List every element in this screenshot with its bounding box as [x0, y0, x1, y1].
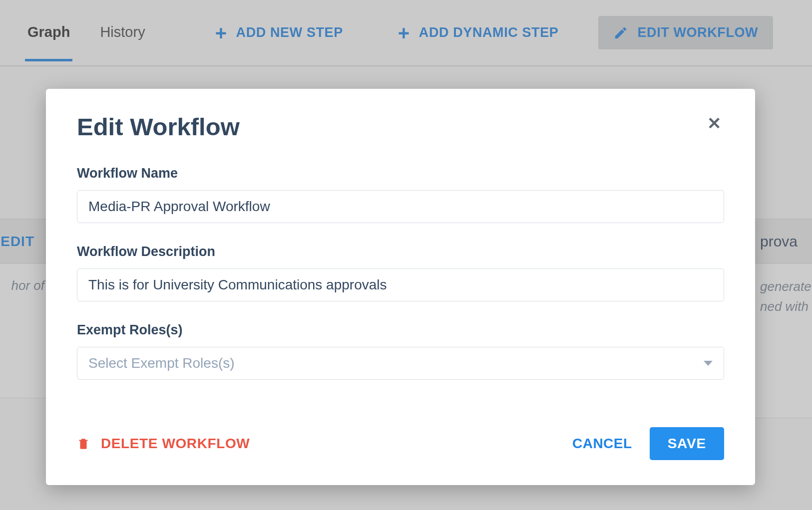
exempt-roles-select[interactable]: Select Exempt Roles(s) [77, 347, 724, 380]
workflow-description-group: Workflow Description [77, 244, 724, 301]
workflow-name-input[interactable] [77, 190, 724, 223]
delete-workflow-label: DELETE WORKFLOW [101, 436, 250, 452]
trash-icon [77, 436, 90, 452]
modal-header: Edit Workflow ✕ [77, 113, 724, 141]
cancel-button[interactable]: CANCEL [572, 436, 632, 452]
workflow-description-label: Workflow Description [77, 244, 724, 259]
edit-workflow-modal: Edit Workflow ✕ Workflow Name Workflow D… [46, 89, 755, 485]
delete-workflow-button[interactable]: DELETE WORKFLOW [77, 436, 250, 452]
workflow-name-group: Workflow Name [77, 166, 724, 223]
modal-title: Edit Workflow [77, 113, 240, 141]
workflow-name-label: Workflow Name [77, 166, 724, 181]
chevron-down-icon [704, 361, 713, 366]
exempt-roles-placeholder: Select Exempt Roles(s) [88, 355, 235, 371]
modal-footer: DELETE WORKFLOW CANCEL SAVE [77, 427, 724, 460]
exempt-roles-group: Exempt Roles(s) Select Exempt Roles(s) [77, 322, 724, 380]
workflow-description-input[interactable] [77, 268, 724, 301]
exempt-roles-label: Exempt Roles(s) [77, 322, 724, 338]
close-icon[interactable]: ✕ [704, 113, 724, 134]
save-button[interactable]: SAVE [650, 427, 724, 460]
